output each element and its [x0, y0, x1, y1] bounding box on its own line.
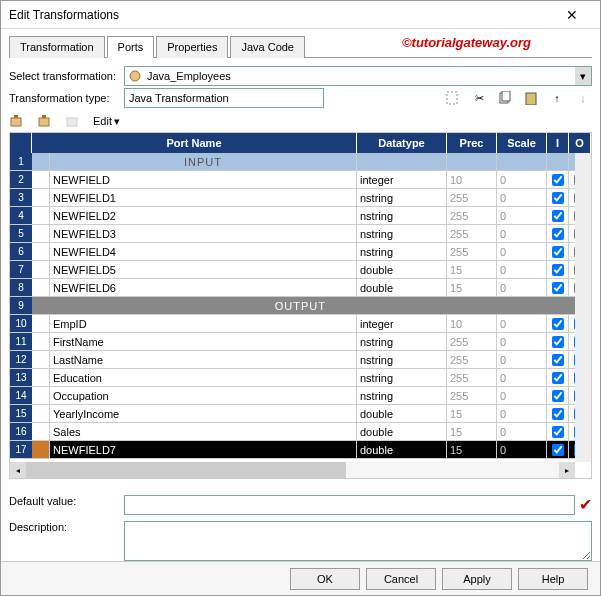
scale-cell[interactable]: 0	[497, 243, 547, 260]
datatype-cell[interactable]: double	[357, 405, 447, 422]
table-row[interactable]: 12 LastName nstring 255 0	[10, 351, 591, 369]
datatype-cell[interactable]: nstring	[357, 189, 447, 206]
help-button[interactable]: Help	[518, 568, 588, 590]
datatype-cell[interactable]: nstring	[357, 369, 447, 386]
input-checkbox-cell[interactable]	[547, 225, 569, 242]
prec-cell[interactable]: 15	[447, 279, 497, 296]
header-port-name[interactable]: Port Name	[32, 133, 357, 153]
input-checkbox-cell[interactable]	[547, 207, 569, 224]
add-port-icon[interactable]	[9, 112, 27, 130]
datatype-cell[interactable]: nstring	[357, 351, 447, 368]
datatype-cell[interactable]: double	[357, 279, 447, 296]
port-name-cell[interactable]: Sales	[50, 423, 357, 440]
validate-icon[interactable]: ✔	[579, 495, 592, 514]
table-row[interactable]: 4 NEWFIELD2 nstring 255 0	[10, 207, 591, 225]
prec-cell[interactable]: 15	[447, 261, 497, 278]
prec-cell[interactable]: 255	[447, 189, 497, 206]
scale-cell[interactable]: 0	[497, 369, 547, 386]
edit-menu[interactable]: Edit ▾	[93, 115, 120, 128]
table-row[interactable]: 8 NEWFIELD6 double 15 0	[10, 279, 591, 297]
port-name-cell[interactable]: FirstName	[50, 333, 357, 350]
table-row[interactable]: 14 Occupation nstring 255 0	[10, 387, 591, 405]
datatype-cell[interactable]: nstring	[357, 243, 447, 260]
input-checkbox-cell[interactable]	[547, 351, 569, 368]
checkbox[interactable]	[552, 264, 564, 276]
cancel-button[interactable]: Cancel	[366, 568, 436, 590]
input-checkbox-cell[interactable]	[547, 189, 569, 206]
datatype-cell[interactable]: integer	[357, 315, 447, 332]
prec-cell[interactable]: 255	[447, 333, 497, 350]
prec-cell[interactable]: 10	[447, 315, 497, 332]
scroll-left-icon[interactable]: ◂	[10, 462, 26, 478]
input-checkbox-cell[interactable]	[547, 423, 569, 440]
transformation-type-input[interactable]	[124, 88, 324, 108]
prec-cell[interactable]: 255	[447, 387, 497, 404]
add-port-alt-icon[interactable]	[37, 112, 55, 130]
table-row[interactable]: 2 NEWFIELD integer 10 0	[10, 171, 591, 189]
checkbox[interactable]	[552, 390, 564, 402]
scale-cell[interactable]: 0	[497, 441, 547, 458]
table-row[interactable]: 11 FirstName nstring 255 0	[10, 333, 591, 351]
port-name-cell[interactable]: NEWFIELD5	[50, 261, 357, 278]
scale-cell[interactable]: 0	[497, 405, 547, 422]
scale-cell[interactable]: 0	[497, 333, 547, 350]
delete-port-icon[interactable]	[65, 112, 83, 130]
checkbox[interactable]	[552, 228, 564, 240]
scale-cell[interactable]: 0	[497, 207, 547, 224]
header-prec[interactable]: Prec	[447, 133, 497, 153]
horizontal-scrollbar[interactable]: ◂ ▸	[10, 462, 575, 478]
input-checkbox-cell[interactable]	[547, 279, 569, 296]
checkbox[interactable]	[552, 426, 564, 438]
checkbox[interactable]	[552, 318, 564, 330]
scale-cell[interactable]: 0	[497, 423, 547, 440]
vertical-scrollbar[interactable]	[575, 153, 591, 462]
prec-cell[interactable]: 255	[447, 207, 497, 224]
input-checkbox-cell[interactable]	[547, 441, 569, 458]
table-row[interactable]: 10 EmpID integer 10 0	[10, 315, 591, 333]
input-checkbox-cell[interactable]	[547, 405, 569, 422]
checkbox[interactable]	[552, 336, 564, 348]
prec-cell[interactable]: 15	[447, 405, 497, 422]
port-name-cell[interactable]: YearlyIncome	[50, 405, 357, 422]
table-row[interactable]: 15 YearlyIncome double 15 0	[10, 405, 591, 423]
scale-cell[interactable]: 0	[497, 171, 547, 188]
port-name-cell[interactable]: EmpID	[50, 315, 357, 332]
datatype-cell[interactable]: double	[357, 441, 447, 458]
checkbox[interactable]	[552, 174, 564, 186]
header-output[interactable]: O	[569, 133, 591, 153]
port-name-cell[interactable]: NEWFIELD2	[50, 207, 357, 224]
scale-cell[interactable]: 0	[497, 189, 547, 206]
checkbox[interactable]	[552, 354, 564, 366]
input-checkbox-cell[interactable]	[547, 387, 569, 404]
checkbox[interactable]	[552, 192, 564, 204]
datatype-cell[interactable]: nstring	[357, 387, 447, 404]
scale-cell[interactable]: 0	[497, 351, 547, 368]
prec-cell[interactable]: 15	[447, 441, 497, 458]
description-input[interactable]	[124, 521, 592, 561]
table-row[interactable]: 17 NEWFIELD7 double 15 0	[10, 441, 591, 459]
scroll-right-icon[interactable]: ▸	[559, 462, 575, 478]
datatype-cell[interactable]: integer	[357, 171, 447, 188]
port-name-cell[interactable]: NEWFIELD	[50, 171, 357, 188]
tab-properties[interactable]: Properties	[156, 36, 228, 58]
header-input[interactable]: I	[547, 133, 569, 153]
checkbox[interactable]	[552, 246, 564, 258]
checkbox[interactable]	[552, 444, 564, 456]
close-button[interactable]: ✕	[552, 2, 592, 28]
port-name-cell[interactable]: LastName	[50, 351, 357, 368]
prec-cell[interactable]: 255	[447, 369, 497, 386]
datatype-cell[interactable]: nstring	[357, 333, 447, 350]
port-name-cell[interactable]: Occupation	[50, 387, 357, 404]
port-name-cell[interactable]: Education	[50, 369, 357, 386]
scale-cell[interactable]: 0	[497, 387, 547, 404]
tab-transformation[interactable]: Transformation	[9, 36, 105, 58]
table-row[interactable]: 6 NEWFIELD4 nstring 255 0	[10, 243, 591, 261]
header-datatype[interactable]: Datatype	[357, 133, 447, 153]
scale-cell[interactable]: 0	[497, 279, 547, 296]
checkbox[interactable]	[552, 408, 564, 420]
checkbox[interactable]	[552, 282, 564, 294]
table-row[interactable]: 16 Sales double 15 0	[10, 423, 591, 441]
scale-cell[interactable]: 0	[497, 315, 547, 332]
input-checkbox-cell[interactable]	[547, 243, 569, 260]
move-down-icon[interactable]: ↓	[574, 89, 592, 107]
